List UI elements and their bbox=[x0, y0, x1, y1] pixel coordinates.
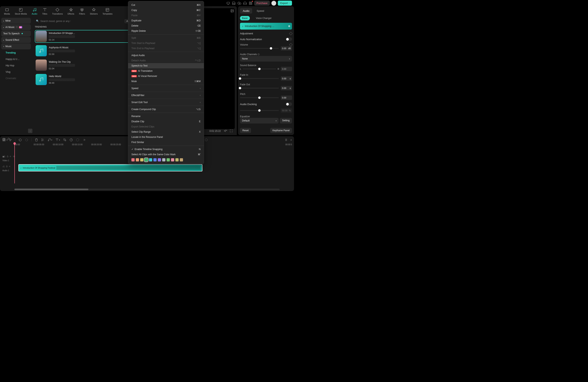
cloud-icon[interactable] bbox=[237, 1, 241, 5]
cm-snapping[interactable]: ✓Enable Timeline SnappingN bbox=[128, 147, 204, 152]
channels-select[interactable]: None▾ bbox=[240, 56, 292, 61]
link-icon[interactable] bbox=[6, 138, 9, 141]
color-swatch[interactable] bbox=[145, 158, 148, 161]
ducking-slider[interactable] bbox=[240, 110, 279, 111]
view-dropdown[interactable]: ▾ bbox=[291, 139, 292, 141]
cm-copy[interactable]: Copy⌘C bbox=[128, 8, 204, 13]
cm-delete[interactable]: Delete⌫ bbox=[128, 23, 204, 28]
purchase-button[interactable]: Purchase bbox=[254, 0, 270, 6]
save-icon[interactable] bbox=[232, 1, 236, 5]
cm-duplicate[interactable]: Duplicate⌘D bbox=[128, 18, 204, 23]
sidebar-music[interactable]: ▾Music bbox=[1, 43, 31, 49]
volume-value[interactable]: 0.00dB bbox=[281, 46, 292, 51]
video-icon[interactable]: ▣1 bbox=[2, 155, 5, 158]
mute-icon[interactable] bbox=[9, 165, 11, 168]
tab-speed[interactable]: Speed bbox=[254, 8, 267, 14]
timeline-scrollbar[interactable] bbox=[14, 189, 280, 190]
reset-button[interactable]: Reset bbox=[240, 128, 251, 133]
sidebar-cinematic[interactable]: Cinematic bbox=[1, 75, 31, 81]
marker-icon[interactable] bbox=[205, 138, 208, 141]
cm-locate[interactable]: Locate in the Resource Panel bbox=[128, 134, 204, 140]
headphones-icon[interactable] bbox=[243, 1, 247, 5]
cm-speech-to-text[interactable]: Speech-to-Text bbox=[128, 63, 204, 68]
nav-stickers[interactable]: Stickers bbox=[90, 8, 98, 15]
sidebar-vlog[interactable]: Vlog bbox=[1, 69, 31, 75]
nav-audio[interactable]: Audio bbox=[32, 8, 37, 15]
nav-transitions[interactable]: Transitions bbox=[52, 8, 63, 15]
track-item[interactable]: Asphyxia-AI Music01:58 bbox=[35, 44, 137, 57]
cm-ripple-delete[interactable]: Ripple Delete⇧⌫ bbox=[128, 28, 204, 34]
nav-filters[interactable]: Filters bbox=[79, 8, 85, 15]
nav-effects[interactable]: Effects bbox=[68, 8, 74, 15]
keyframe-icon[interactable] bbox=[289, 32, 293, 35]
image-icon[interactable] bbox=[231, 9, 234, 13]
export-button[interactable]: Export▾ bbox=[278, 0, 292, 6]
color-icon[interactable] bbox=[76, 138, 79, 141]
display-icon[interactable] bbox=[226, 1, 230, 5]
delete-icon[interactable] bbox=[35, 138, 38, 141]
fadeout-slider[interactable] bbox=[240, 88, 279, 89]
color-swatch[interactable] bbox=[162, 158, 165, 161]
redo-icon[interactable] bbox=[25, 138, 28, 141]
auto-norm-toggle[interactable] bbox=[286, 37, 292, 41]
pitch-slider[interactable] bbox=[240, 97, 279, 98]
keyframe-icon[interactable] bbox=[289, 43, 293, 47]
color-swatch[interactable] bbox=[180, 158, 183, 161]
list-view-icon[interactable] bbox=[284, 138, 287, 141]
mute-icon[interactable] bbox=[10, 155, 12, 158]
search-input[interactable] bbox=[35, 19, 72, 24]
fadein-value[interactable]: 0.00s bbox=[281, 76, 292, 81]
cm-select-range[interactable]: Select Clip RangeX bbox=[128, 129, 204, 134]
nav-titles[interactable]: Titles bbox=[42, 8, 47, 15]
track-item[interactable]: Hello World06:48 bbox=[35, 73, 137, 86]
audio-clip[interactable]: ♪ Introduction Of Shopping Festival bbox=[18, 164, 202, 172]
cm-rename[interactable]: Rename bbox=[128, 114, 204, 119]
subtab-basic[interactable]: Basic bbox=[240, 16, 250, 20]
color-swatch[interactable] bbox=[149, 158, 152, 161]
balance-slider[interactable] bbox=[243, 69, 276, 69]
color-swatch[interactable] bbox=[140, 158, 143, 161]
nav-stock[interactable]: Stock Media bbox=[15, 8, 27, 15]
pointer-icon[interactable] bbox=[9, 138, 12, 141]
sidebar-tts[interactable]: Text To Speech bbox=[1, 31, 31, 37]
color-swatch[interactable] bbox=[167, 158, 170, 161]
eq-setting[interactable]: Setting bbox=[280, 118, 292, 123]
cm-adjust-audio[interactable]: Adjust Audio bbox=[128, 53, 204, 58]
sidebar-ai-music[interactable]: ▸AI MusicⓘAI bbox=[1, 24, 31, 30]
volume-slider[interactable] bbox=[240, 48, 279, 49]
sidebar-mine[interactable]: ▸Mine bbox=[1, 18, 31, 24]
chain-icon[interactable] bbox=[2, 138, 5, 141]
cm-mute[interactable]: Mute⇧⌘M bbox=[128, 79, 204, 84]
track-item[interactable]: Introduction Of Shoppi…01:14 bbox=[35, 30, 137, 43]
sidebar-sound-effect[interactable]: ▸Sound Effect bbox=[1, 37, 31, 43]
avatar[interactable] bbox=[272, 1, 276, 6]
cm-compound-clip[interactable]: Create Compound Clip⌥G bbox=[128, 107, 204, 112]
sidebar-happy[interactable]: Happy & U… bbox=[1, 56, 31, 62]
color-swatch[interactable] bbox=[136, 158, 139, 161]
lock-icon[interactable] bbox=[6, 165, 8, 168]
nav-media[interactable]: Media bbox=[4, 8, 10, 15]
audio-track-icon[interactable]: ♪1 bbox=[2, 165, 5, 168]
color-swatch[interactable] bbox=[175, 158, 179, 161]
fadein-slider[interactable] bbox=[240, 78, 279, 79]
playhead[interactable] bbox=[14, 143, 15, 183]
crop-icon[interactable] bbox=[63, 138, 66, 141]
keyframe-panel-button[interactable]: Keyframe Panel bbox=[270, 128, 292, 133]
cm-effect-filter[interactable]: Effect&Filter bbox=[128, 93, 204, 98]
color-swatch[interactable] bbox=[131, 158, 135, 161]
cm-disable-clip[interactable]: Disable ClipE bbox=[128, 119, 204, 124]
nav-templates[interactable]: Templates bbox=[102, 8, 112, 15]
sidebar-trending[interactable]: Trending bbox=[1, 50, 31, 56]
volume-icon[interactable] bbox=[224, 129, 227, 133]
ducking-toggle[interactable] bbox=[286, 102, 292, 106]
more-tools-icon[interactable] bbox=[83, 138, 85, 141]
cm-cut[interactable]: Cut⌘X bbox=[128, 2, 204, 8]
speed-icon[interactable] bbox=[70, 138, 73, 141]
audio-tool-icon[interactable]: ▾ bbox=[48, 138, 52, 141]
color-swatch[interactable] bbox=[171, 158, 174, 161]
audio-track[interactable]: ♪ Introduction Of Shopping Festival bbox=[14, 164, 294, 173]
apps-icon[interactable] bbox=[249, 1, 252, 5]
cm-ai-translation[interactable]: NEWAI Translation bbox=[128, 68, 204, 74]
cm-find-similar[interactable]: Find Similar bbox=[128, 140, 204, 145]
sidebar-hiphop[interactable]: Hip Hop bbox=[1, 62, 31, 69]
